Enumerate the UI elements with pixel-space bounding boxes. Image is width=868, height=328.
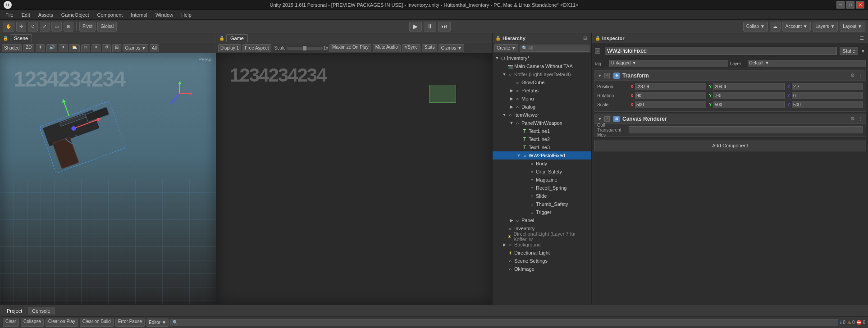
minimize-button[interactable]: ─	[836, 1, 845, 9]
menu-internal[interactable]: Internal	[127, 11, 151, 18]
pos-x-input[interactable]	[635, 83, 706, 90]
scale-y-input[interactable]	[713, 101, 785, 108]
create-dropdown[interactable]: Create ▼	[494, 44, 518, 52]
tree-item-glowcube[interactable]: ○ GlowCube	[493, 78, 591, 87]
display-dropdown[interactable]: Display 1	[218, 44, 241, 52]
gizmos-game-dropdown[interactable]: Gizmos ▼	[439, 44, 464, 52]
mute-audio[interactable]: Mute Audio	[373, 44, 401, 52]
menu-edit[interactable]: Edit	[18, 11, 34, 18]
canvas-renderer-more-icon[interactable]: ⋮	[859, 116, 863, 121]
tree-item-itemviewer[interactable]: ▼ ○ ItemViewer	[493, 111, 591, 119]
account-button[interactable]: Account ▼	[782, 22, 811, 32]
canvas-renderer-gear-icon[interactable]: ⚙	[850, 116, 855, 122]
tree-item-main-camera[interactable]: 📷 Main Camera Without TAA	[493, 62, 591, 70]
tree-item-menu[interactable]: ▶ ○ Menu	[493, 95, 591, 103]
audio-button[interactable]: 🔊	[46, 44, 57, 52]
editor-dropdown[interactable]: Editor ▼	[146, 319, 169, 327]
maximize-button[interactable]: □	[846, 1, 854, 9]
layers-button[interactable]: Layers ▼	[813, 22, 838, 32]
tree-item-textline2[interactable]: T TextLine2	[493, 135, 591, 143]
static-button[interactable]: Static	[840, 47, 859, 55]
shaded-dropdown[interactable]: Shaded	[2, 44, 22, 52]
2d-button[interactable]: 2D	[23, 44, 34, 52]
rotate-tool[interactable]: ↺	[28, 22, 38, 32]
tree-item-directional-light[interactable]: ☀ Directional Light	[493, 249, 591, 257]
inspector-lock-icon[interactable]: 🔒	[595, 36, 600, 41]
rot-z-input[interactable]	[792, 92, 863, 99]
menu-help[interactable]: Help	[178, 11, 195, 18]
tree-item-trigger[interactable]: ○ Trigger	[493, 208, 591, 216]
scale-slider[interactable]	[287, 47, 323, 50]
pause-button[interactable]: ⏸	[424, 22, 436, 32]
hierarchy-lock-icon[interactable]: 🔒	[495, 36, 501, 41]
tree-item-body[interactable]: ○ Body	[493, 159, 591, 168]
tree-item-okimage[interactable]: ○ OkImage	[493, 265, 591, 273]
static-dropdown-arrow[interactable]: ▼	[861, 49, 865, 54]
vsync[interactable]: VSync	[402, 44, 420, 52]
pivot-button[interactable]: Pivot	[79, 22, 96, 32]
transform-active[interactable]	[604, 73, 610, 78]
canvas-renderer-header[interactable]: ▼ ⊞ Canvas Renderer ⚙ ⋮	[594, 114, 866, 124]
transform-tool[interactable]: ⊞	[64, 22, 73, 32]
layout-button[interactable]: Layout ▼	[840, 22, 865, 32]
tree-item-thumb-safety[interactable]: ○ Thumb_Safety	[493, 200, 591, 208]
clear-on-build-button[interactable]: Clear on Build	[80, 319, 114, 327]
tag-dropdown[interactable]: Untagged ▼	[609, 60, 728, 67]
clear-button[interactable]: Clear	[3, 319, 19, 327]
hierarchy-collapse-icon[interactable]: ⊟	[581, 35, 589, 42]
scene-reset[interactable]: ↺	[102, 44, 111, 52]
inspector-options-icon[interactable]: ☰	[858, 35, 865, 42]
scene-viewport[interactable]: 1234234234 Persp Y X Z	[0, 53, 216, 305]
tree-item-ww2pistolfixed[interactable]: ▼ ○ WW2PistolFixed	[493, 151, 591, 159]
object-active-checkbox[interactable]	[595, 48, 600, 54]
hierarchy-search[interactable]	[520, 45, 589, 52]
scale-x-input[interactable]	[635, 101, 706, 108]
play-button[interactable]: ▶	[409, 22, 422, 32]
tree-item-panelwithweapon[interactable]: ▼ ○ PanelWithWeapon	[493, 119, 591, 127]
aspect-dropdown[interactable]: Free Aspect	[242, 44, 271, 52]
console-tab[interactable]: Console	[28, 307, 54, 314]
menu-window[interactable]: Window	[152, 11, 177, 18]
layer-dropdown[interactable]: Default ▼	[748, 60, 867, 67]
tree-item-slide[interactable]: ○ Slide	[493, 192, 591, 200]
add-component-button[interactable]: Add Component	[594, 140, 866, 151]
scale-tool[interactable]: ⤢	[40, 22, 50, 32]
rect-tool[interactable]: ▭	[51, 22, 62, 32]
flares-button[interactable]: ✦	[91, 44, 101, 52]
lighting-button[interactable]: ☀	[36, 44, 45, 52]
collab-button[interactable]: Collab ▼	[743, 22, 768, 32]
fx-button[interactable]: ✦	[59, 44, 68, 52]
console-search-input[interactable]	[170, 319, 838, 326]
menu-file[interactable]: File	[2, 11, 17, 18]
fog-button[interactable]: ≋	[81, 44, 90, 52]
tree-item-magazine[interactable]: ○ Magazine	[493, 176, 591, 184]
menu-gameobject[interactable]: GameObject	[58, 11, 93, 18]
close-button[interactable]: ✕	[856, 1, 864, 9]
cull-input[interactable]	[629, 126, 863, 133]
scale-z-input[interactable]	[792, 101, 863, 108]
tree-item-prefabs[interactable]: ▶ ○ Prefabs	[493, 87, 591, 95]
tree-item-grip-safety[interactable]: ○ Grip_Safety	[493, 168, 591, 176]
tree-item-scene-settings[interactable]: ○ Scene Settings	[493, 257, 591, 265]
collapse-button[interactable]: Collapse	[21, 319, 44, 327]
tree-item-dialog[interactable]: ▶ ○ Dialog	[493, 103, 591, 111]
scene-expand[interactable]: ⊞	[112, 44, 121, 52]
pos-z-input[interactable]	[792, 83, 863, 90]
all-dropdown[interactable]: All	[150, 44, 159, 52]
tree-item-directional-light-layer[interactable]: ☀ Directional Light (Layer 7 für Koffer,…	[493, 232, 591, 241]
scene-tab[interactable]: Scene	[10, 34, 32, 42]
tree-item-textline3[interactable]: T TextLine3	[493, 143, 591, 151]
maximize-on-play[interactable]: Maximize On Play	[329, 44, 371, 52]
tree-item-recoil-spring[interactable]: ○ Recoil_Spring	[493, 184, 591, 192]
project-tab[interactable]: Project	[3, 307, 26, 314]
clear-on-play-button[interactable]: Clear on Play	[46, 319, 78, 327]
rot-x-input[interactable]	[635, 92, 706, 99]
tree-item-textline1[interactable]: T TextLine1	[493, 127, 591, 135]
cloud-button[interactable]: ☁	[770, 22, 781, 32]
tree-item-panel[interactable]: ▶ ○ Panel	[493, 216, 591, 224]
stats[interactable]: Stats	[422, 44, 438, 52]
menu-component[interactable]: Component	[93, 11, 126, 18]
gizmos-dropdown[interactable]: Gizmos ▼	[123, 44, 148, 52]
game-tab[interactable]: Game	[226, 34, 248, 42]
transform-more-icon[interactable]: ⋮	[859, 73, 863, 78]
